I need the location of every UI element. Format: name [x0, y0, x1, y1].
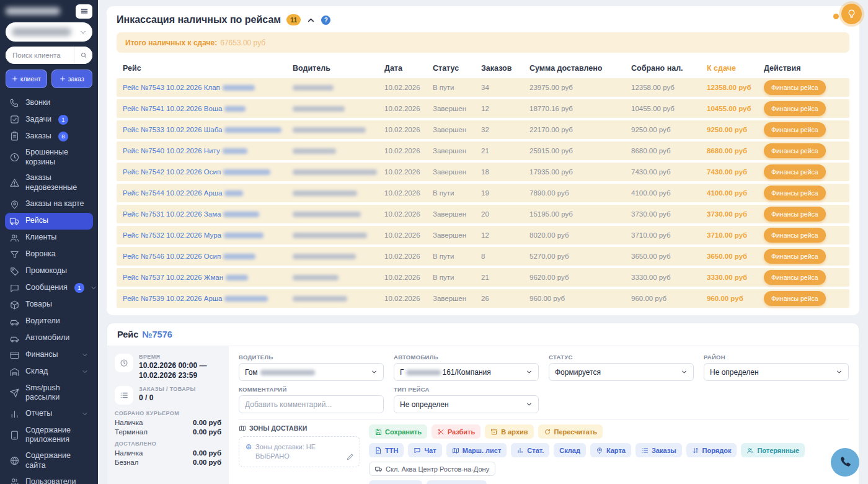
summary-banner: Итого наличных к сдаче: 67653.00 руб	[117, 32, 849, 53]
sidebar-item-label: Задачи	[25, 115, 51, 125]
trip-action-button[interactable]: Марш. лист	[446, 443, 507, 457]
table-row: Рейс №7541 10.02.2026 Воша 10.02.2026 За…	[117, 99, 849, 118]
trip-finances-button[interactable]: Финансы рейса	[764, 228, 826, 243]
chevron-down-icon	[90, 284, 97, 292]
due-cell: 7430.00 руб	[707, 168, 764, 176]
trip-action-button[interactable]: Разбить	[432, 424, 480, 439]
call-fab[interactable]	[831, 448, 859, 477]
col-actions: Действия	[764, 64, 849, 73]
route-link[interactable]: Рейс №7541 10.02.2026 Воша	[123, 105, 246, 112]
comment-input[interactable]	[239, 395, 384, 413]
route-link[interactable]: Рейс №7546 10.02.2026 Осип	[123, 253, 255, 260]
sidebar-item[interactable]: Содержание сайта	[5, 448, 93, 473]
collapse-button[interactable]	[306, 16, 316, 25]
trip-action-button[interactable]: Карта	[590, 443, 631, 457]
date-cell: 10.02.2026	[384, 231, 433, 239]
status-select[interactable]: Формируется	[549, 363, 694, 381]
add-order-button[interactable]: заказ	[51, 69, 93, 88]
route-link[interactable]: Рейс №7537 10.02.2026 Жман	[123, 274, 248, 281]
trip-finances-button[interactable]: Финансы рейса	[764, 186, 826, 200]
table-row: Рейс №7546 10.02.2026 Осип 10.02.2026 В …	[117, 247, 849, 266]
client-search-input[interactable]	[6, 52, 74, 59]
trip-action-button[interactable]: Пересчитать	[538, 424, 603, 439]
car-select[interactable]: Г161/Компания	[394, 363, 539, 381]
card-icon	[9, 350, 20, 361]
sidebar-item[interactable]: Воронка	[5, 246, 93, 263]
route-link[interactable]: Рейс №7543 10.02.2026 Клап	[123, 84, 255, 91]
zones-edit-button[interactable]	[346, 452, 355, 461]
route-icon	[452, 447, 459, 454]
trip-finances-button[interactable]: Финансы рейса	[764, 122, 826, 137]
status-value: Формируется	[555, 368, 601, 377]
help-icon[interactable]: ?	[321, 16, 330, 25]
collected-cell: 7430.00 руб	[631, 168, 707, 176]
trip-number-link[interactable]: №7576	[142, 329, 172, 339]
route-link[interactable]: Рейс №7532 10.02.2026 Мура	[123, 231, 264, 239]
trip-action-button[interactable]: В архив	[485, 424, 533, 439]
trip-finances-button[interactable]: Финансы рейса	[764, 164, 826, 179]
route-text: Рейс №7543 10.02.2026 Клап	[123, 84, 220, 91]
sidebar-item[interactable]: Водители	[5, 313, 93, 330]
route-text: Рейс №7537 10.02.2026 Жман	[123, 274, 223, 281]
trip-finances-button[interactable]: Финансы рейса	[764, 207, 826, 222]
trip-finances-button[interactable]: Финансы рейса	[764, 249, 826, 264]
sidebar-item[interactable]: Заказы 8	[5, 128, 93, 145]
route-link[interactable]: Рейс №7531 10.02.2026 Зама	[123, 210, 259, 218]
route-link[interactable]: Рейс №7542 10.02.2026 Осип	[123, 168, 270, 176]
add-client-button[interactable]: клиент	[6, 69, 47, 88]
add-order-label: заказ	[68, 75, 84, 83]
sidebar-item[interactable]: Звонки	[5, 94, 93, 111]
trip-type-select[interactable]: Не определен	[394, 395, 539, 413]
sidebar-item[interactable]: Товары	[5, 297, 93, 313]
sidebar-item[interactable]: Промокоды	[5, 263, 93, 280]
district-select[interactable]: Не определен	[704, 363, 849, 381]
col-due: К сдаче	[707, 64, 764, 73]
sidebar-item[interactable]: Сообщения 1	[5, 280, 93, 297]
sidebar-item[interactable]: Заказы недовезенные	[5, 170, 93, 195]
route-link[interactable]: Рейс №7533 10.02.2026 Шаба	[123, 126, 281, 133]
trip-action-button[interactable]: Финансы	[369, 480, 422, 484]
warehouse-icon	[9, 367, 20, 377]
zones-add-icon[interactable]: ⊕	[246, 442, 252, 461]
sidebar-item[interactable]: Заказы на карте	[5, 196, 93, 213]
trip-finances-button[interactable]: Финансы рейса	[764, 143, 826, 158]
users-icon	[9, 233, 20, 243]
sidebar-item[interactable]: Отчеты	[5, 406, 93, 423]
table-row: Рейс №7539 10.02.2026 Арша 10.02.2026 За…	[117, 289, 849, 308]
trip-action-button[interactable]: Стат.	[511, 443, 549, 457]
menu-toggle-button[interactable]	[76, 4, 92, 19]
sidebar-item[interactable]: Брошенные корзины	[5, 145, 93, 170]
trip-action-button[interactable]: Скл. Аква Центр Ростов-на-Дону	[369, 462, 495, 476]
sidebar-item[interactable]: Автомобили	[5, 330, 93, 347]
sidebar-item[interactable]: Склад	[5, 364, 93, 380]
trip-finances-button[interactable]: Финансы рейса	[764, 80, 826, 95]
route-link[interactable]: Рейс №7540 10.02.2026 Ниту	[123, 147, 247, 155]
trip-action-button[interactable]: ТТН	[369, 443, 404, 457]
sidebar-item[interactable]: Рейсы	[5, 213, 93, 230]
search-button[interactable]	[74, 47, 92, 64]
route-link[interactable]: Рейс №7539 10.02.2026 Арша	[123, 295, 268, 302]
trip-action-button[interactable]: Порядок	[686, 443, 737, 457]
trip-action-button[interactable]: Сохранить	[369, 424, 427, 439]
sidebar-item[interactable]: Пользователи	[5, 473, 93, 484]
trip-action-button[interactable]: Заказы	[636, 443, 682, 457]
due-cell: 4100.00 руб	[707, 189, 764, 197]
sidebar-item[interactable]: Содержание приложения	[5, 423, 93, 448]
trip-finances-button[interactable]: Финансы рейса	[764, 101, 826, 116]
trip-action-button[interactable]: Потерянные	[741, 443, 805, 457]
trip-action-button[interactable]: Склад	[554, 443, 586, 457]
trip-action-button[interactable]: Чат	[408, 443, 441, 457]
sidebar-item[interactable]: Финансы	[5, 347, 93, 364]
trip-finances-button[interactable]: Финансы рейса	[764, 270, 826, 285]
sidebar-item[interactable]: Задачи 1	[5, 111, 93, 128]
lightbulb-icon[interactable]	[841, 4, 862, 24]
driver-select[interactable]: Гом	[239, 363, 384, 381]
collected-cell: 3330.00 руб	[631, 274, 707, 281]
car-label: АВТОМОБИЛЬ	[394, 354, 539, 361]
account-switcher[interactable]	[6, 22, 92, 42]
route-link[interactable]: Рейс №7544 10.02.2026 Арша	[123, 189, 243, 197]
trip-action-button[interactable]: Документы	[427, 480, 487, 484]
trip-finances-button[interactable]: Финансы рейса	[764, 291, 826, 306]
sidebar-item[interactable]: Sms/push рассылки	[5, 380, 93, 406]
sidebar-item[interactable]: Клиенты	[5, 230, 93, 246]
